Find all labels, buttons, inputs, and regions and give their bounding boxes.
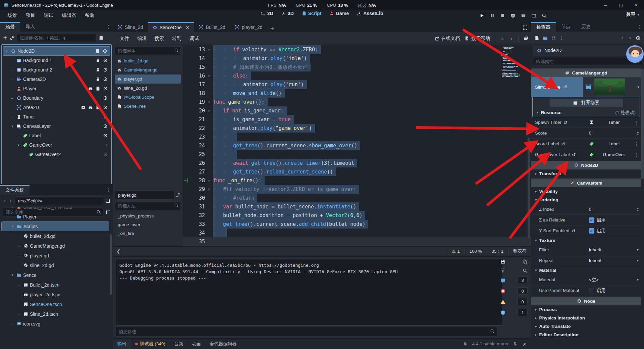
script-item-sline_2d-gd[interactable]: sline_2d.gd bbox=[115, 84, 181, 93]
file-gamemanger.gd[interactable]: –GameManger.gd bbox=[1, 241, 109, 251]
property-value-area[interactable]: ✓启用 bbox=[586, 217, 642, 223]
code-line-29[interactable]: 29∨»#if velocity !=Vector2.ZERO or is_ga… bbox=[183, 185, 531, 194]
expand-icon[interactable]: ▾ bbox=[16, 143, 21, 147]
scene-node-gameover[interactable]: ▾GameOver▾ bbox=[3, 140, 110, 150]
visibility-eye-icon[interactable] bbox=[103, 77, 108, 82]
script-menu-文件[interactable]: 文件 bbox=[116, 36, 133, 42]
value-stepper[interactable]: ▴▾ bbox=[637, 131, 639, 136]
revert-icon[interactable]: ↺ bbox=[572, 152, 576, 157]
group-ordering[interactable]: ▾Ordering bbox=[531, 196, 641, 204]
scene-filter-input[interactable] bbox=[17, 33, 97, 42]
file-bullet_2d.gd[interactable]: –bullet_2d.gd bbox=[1, 231, 109, 241]
visibility-eye-icon[interactable] bbox=[103, 105, 108, 110]
code-line-15[interactable]: 15»»# 如果速度不为0，播放跑不动画 bbox=[183, 63, 531, 71]
script-icon[interactable] bbox=[96, 105, 100, 110]
code-line-13[interactable]: 13∨»»if velocity == Vector2.ZERO: bbox=[183, 45, 531, 54]
add-node-button[interactable] bbox=[3, 35, 8, 40]
group-physics-interpolation[interactable]: ▸Physics Interpolation bbox=[531, 314, 641, 322]
filesystem-path[interactable]: res://Scripts/ bbox=[14, 196, 104, 205]
method-item-game_over[interactable]: game_over bbox=[115, 220, 181, 229]
property-game-over-label[interactable]: Game over Label↺GameOver⋮ bbox=[531, 149, 641, 160]
code-line-26[interactable]: 26»»await get_tree().create_timer(3).tim… bbox=[183, 159, 531, 167]
expand-icon[interactable]: ▾ bbox=[10, 124, 15, 129]
file-scripts[interactable]: ▾Scripts bbox=[1, 221, 109, 231]
group-icon[interactable] bbox=[81, 105, 86, 110]
script-item-bullet_2d-gd[interactable]: bullet_2d.gd bbox=[115, 56, 181, 65]
distraction-free-icon[interactable] bbox=[523, 25, 528, 30]
scene-tab-player_2d[interactable]: player_2d bbox=[230, 22, 267, 32]
fold-arrow-icon[interactable]: ∨ bbox=[205, 187, 213, 192]
workspace-game-button[interactable]: Game bbox=[326, 10, 352, 17]
warning-count[interactable]: ⚠ 1 bbox=[447, 248, 465, 254]
file-senceone.tscn[interactable]: –SenceOne.tscn bbox=[1, 299, 109, 309]
expand-icon[interactable]: ▾ bbox=[10, 224, 15, 229]
scene-node-background-1[interactable]: –Background 1 bbox=[3, 56, 110, 65]
scene-node-canvaslayer[interactable]: ▾CanvasLayer bbox=[3, 121, 110, 131]
file-player_2d.tscn[interactable]: –player_2d.tscn bbox=[1, 290, 109, 299]
property-value-area[interactable]: 0▴▾ bbox=[586, 207, 642, 212]
message-filter-input[interactable] bbox=[116, 327, 497, 336]
scene-node-gameover2[interactable]: –GameOver2 bbox=[3, 150, 110, 159]
group-editor-description[interactable]: ▸Editor Description bbox=[531, 331, 641, 339]
pin-panel-icon[interactable] bbox=[513, 342, 518, 346]
checkbox[interactable] bbox=[589, 288, 594, 293]
property-score[interactable]: Score0▴▾ bbox=[531, 128, 641, 139]
indent-mode[interactable]: 制表符 bbox=[508, 248, 531, 254]
property-menu-icon[interactable]: ⋮ bbox=[634, 141, 639, 147]
checkbox[interactable]: ✓ bbox=[589, 228, 594, 234]
property-score-label[interactable]: Score Label↺Label⋮ bbox=[531, 139, 641, 149]
bottom-tab--[interactable]: 着色器编辑器 bbox=[205, 339, 241, 349]
property-repeat[interactable]: RepeatInherit▾ bbox=[531, 255, 641, 266]
scene-node-node2d[interactable]: ▾Node2D bbox=[3, 46, 110, 56]
script-item-scenetree[interactable]: DOCSceneTree bbox=[115, 102, 181, 111]
group-transform[interactable]: ▸Transform bbox=[531, 169, 641, 178]
signal-connection-icon[interactable] bbox=[103, 114, 108, 119]
inspector-scrollbar[interactable] bbox=[641, 68, 644, 179]
property-material[interactable]: Material<空>▾ bbox=[531, 275, 641, 285]
play-scene-button[interactable] bbox=[521, 13, 526, 18]
menu-编辑器[interactable]: 编辑器 bbox=[58, 10, 80, 21]
fold-arrow-icon[interactable]: ∨ bbox=[205, 74, 213, 78]
revert-icon[interactable]: ↺ bbox=[561, 141, 565, 147]
method-filter-input[interactable] bbox=[115, 201, 181, 210]
code-minimap[interactable] bbox=[501, 46, 527, 93]
property-slime-scene[interactable]: Slime Scene↺▾ bbox=[531, 77, 641, 97]
fold-arrow-icon[interactable]: ∨ bbox=[205, 109, 213, 113]
workspace-assetlib-button[interactable]: AssetLib bbox=[354, 10, 386, 17]
lock-icon[interactable] bbox=[96, 77, 100, 82]
scene-toolbar-menu-icon[interactable]: ⋮ bbox=[106, 35, 110, 40]
chevron-down-icon[interactable]: ▾ bbox=[637, 258, 639, 263]
script-icon[interactable] bbox=[96, 86, 100, 91]
visibility-eye-icon[interactable] bbox=[103, 96, 108, 100]
fold-arrow-icon[interactable]: ∨ bbox=[205, 100, 213, 104]
script-menu-转到[interactable]: 转到 bbox=[168, 36, 185, 42]
open-scene-button[interactable]: 打开场景 bbox=[549, 98, 623, 107]
code-line-19[interactable]: 19∨func game_over(): bbox=[183, 98, 531, 106]
dock-menu-icon[interactable]: ⋮ bbox=[106, 187, 111, 193]
file-bullet_2d.tscn[interactable]: –Bullet_2d.tscn bbox=[1, 280, 109, 290]
property-filter[interactable]: FilterInherit▾ bbox=[531, 245, 641, 255]
load-resource-icon[interactable] bbox=[543, 36, 548, 41]
scene-thumbnail[interactable] bbox=[594, 79, 625, 95]
code-line-33[interactable]: 33»get_tree().current_scene.add_child(bu… bbox=[183, 220, 531, 229]
tab-导入[interactable]: 导入 bbox=[20, 22, 40, 32]
property-y-sort-enabled[interactable]: Y Sort Enabled↺✓启用 bbox=[531, 226, 641, 236]
property-value-area[interactable]: 0▴▾ bbox=[586, 131, 642, 136]
expand-panel-icon[interactable] bbox=[522, 342, 527, 346]
scene-tab-sline_2d[interactable]: Sline_2d bbox=[113, 22, 148, 32]
new-resource-icon[interactable] bbox=[534, 36, 539, 41]
scene-node-area2d[interactable]: –Area2D bbox=[3, 103, 110, 112]
close-tab-icon[interactable]: ✕ bbox=[185, 25, 190, 30]
chevron-down-icon[interactable]: ▾ bbox=[106, 143, 108, 147]
scene-tab-senceone[interactable]: SenceOne✕ bbox=[148, 22, 194, 32]
property-value-area[interactable]: <空>▾ bbox=[586, 277, 642, 283]
visibility-eye-icon[interactable] bbox=[103, 152, 108, 157]
bottom-tab--[interactable]: 动画 bbox=[187, 339, 205, 349]
fold-arrow-icon[interactable]: ∨ bbox=[205, 48, 213, 52]
code-line-31[interactable]: 31»var bullet_node = bullet_scene.instan… bbox=[183, 202, 531, 211]
value-stepper[interactable]: ▴▾ bbox=[637, 207, 639, 212]
edit-forward-icon[interactable]: › bbox=[628, 35, 632, 41]
menu-项目[interactable]: 项目 bbox=[21, 10, 40, 21]
code-line-20[interactable]: 20∨»if not is_game_over: bbox=[183, 106, 531, 115]
stop-button[interactable] bbox=[500, 13, 505, 18]
